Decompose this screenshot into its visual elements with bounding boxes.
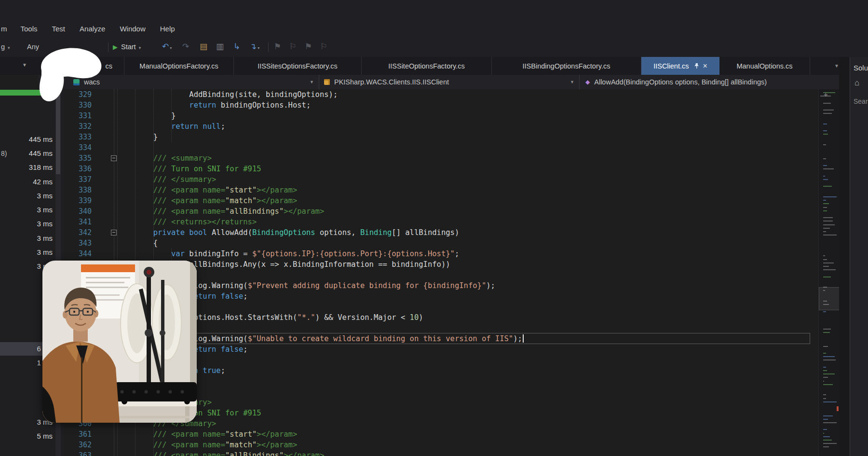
collapse-caret-icon[interactable]: ▼: [22, 62, 27, 68]
step-into-icon[interactable]: ↳: [233, 41, 240, 53]
line-number: 342: [64, 227, 92, 238]
code-line[interactable]: /// <returns></returns>: [117, 217, 257, 227]
test-result-row[interactable]: 3 ms: [0, 217, 53, 231]
code-line[interactable]: private bool AllowAdd(BindingOptions opt…: [117, 227, 459, 238]
test-result-row[interactable]: 5 ms: [0, 429, 53, 443]
code-line[interactable]: }: [117, 132, 158, 142]
tab-bar: ▼ csManualOptionsFactory.csIISSitesOptio…: [0, 57, 868, 75]
minimap-line: [823, 210, 827, 211]
tab-manualoptionsfactory-cs[interactable]: ManualOptionsFactory.cs: [124, 57, 234, 75]
navbar-member-label: AllowAdd(BindingOptions options, Binding…: [594, 78, 767, 86]
chevron-down-icon: ▼: [570, 80, 579, 84]
tab-list-caret-icon[interactable]: ▼: [834, 63, 839, 69]
navigate-forward-icon[interactable]: ↷: [182, 41, 189, 53]
minimap-line: [823, 259, 827, 260]
tab-iissiteoptionsfactory-cs[interactable]: IISSiteOptionsFactory.cs: [362, 57, 492, 75]
tab-label: IISSiteOptionsFactory.cs: [388, 62, 464, 70]
minimap-line: [823, 217, 833, 218]
tab-manualoptions-cs[interactable]: ManualOptions.cs: [719, 57, 810, 75]
code-line[interactable]: /// <param name="start"></param>: [117, 429, 297, 440]
next-bookmark-icon[interactable]: ⚑: [305, 41, 312, 53]
line-number: 332: [64, 121, 92, 132]
code-line[interactable]: {: [117, 238, 158, 249]
class-icon: [324, 79, 330, 85]
test-result-row[interactable]: 3 ms: [0, 189, 53, 203]
minimap-line: [823, 113, 832, 114]
split-handle-icon[interactable]: +: [824, 90, 828, 98]
menu-test[interactable]: Test: [45, 21, 73, 37]
test-result-row[interactable]: 318 ms: [0, 161, 53, 174]
close-icon[interactable]: ×: [703, 62, 707, 70]
test-result-row[interactable]: 3 ms: [0, 203, 53, 217]
code-line[interactable]: /// <param name="allBindings"></param>: [117, 206, 324, 217]
tab-iisbindingoptionsfactory-cs[interactable]: IISBindingOptionsFactory.cs: [492, 57, 641, 75]
code-line[interactable]: AddBinding(site, bindingOptions);: [117, 89, 338, 100]
collapse-region-button[interactable]: [111, 155, 117, 161]
start-debug-button[interactable]: ▶Start▾: [113, 41, 141, 52]
chevron-down-icon: ▾: [258, 46, 259, 50]
find-in-files-icon[interactable]: ▥: [216, 41, 224, 53]
minimap-line: [823, 224, 835, 225]
code-line[interactable]: var bindingInfo = $"{options.IP}:{option…: [117, 249, 459, 259]
tab-label: IISBindingOptionsFactory.cs: [523, 62, 610, 70]
code-line[interactable]: /// <param name="start"></param>: [117, 185, 297, 195]
minimap-line: [823, 370, 827, 371]
home-icon[interactable]: ⌂: [854, 78, 859, 88]
collapse-region-button[interactable]: [111, 230, 117, 235]
save-all-icon[interactable]: ▤: [200, 41, 207, 53]
code-line[interactable]: /// <param name="match"></param>: [117, 195, 297, 206]
tab-iissitesoptionsfactory-cs[interactable]: IISSitesOptionsFactory.cs: [234, 57, 362, 75]
minimap-line: [823, 329, 831, 330]
test-result-row[interactable]: 42 ms: [0, 175, 53, 189]
previous-bookmark-icon[interactable]: ⚐: [289, 41, 297, 53]
step-over-icon[interactable]: ↴▾: [250, 41, 259, 53]
code-line[interactable]: /// <summary>: [117, 153, 212, 164]
tab-label: ManualOptions.cs: [736, 62, 792, 70]
annotation-blob: [35, 46, 107, 107]
minimap-line: [823, 394, 826, 395]
menu-window[interactable]: Window: [112, 21, 152, 37]
minimap-line: [823, 165, 827, 166]
tab-iisclient-cs[interactable]: IISClient.cs×: [641, 57, 719, 75]
play-icon: ▶: [113, 43, 118, 51]
line-number: 343: [64, 238, 92, 249]
minimap-viewport[interactable]: [819, 287, 840, 310]
test-result-row[interactable]: 3 ms: [0, 232, 53, 245]
chevron-down-icon: ▾: [8, 45, 10, 50]
minimap-line: [823, 130, 827, 131]
menu-help[interactable]: Help: [153, 21, 182, 37]
code-line[interactable]: }: [117, 111, 176, 121]
code-line[interactable]: /// Turn on SNI for #915: [117, 164, 261, 174]
line-number: 337: [64, 174, 92, 185]
minimap-line: [823, 221, 833, 221]
menu-analyze[interactable]: Analyze: [72, 21, 112, 37]
minimap-line: [823, 429, 827, 430]
code-line[interactable]: return null;: [117, 121, 225, 132]
test-result-row[interactable]: 445 ms: [0, 133, 53, 146]
bookmark-icon[interactable]: ⚑: [274, 41, 281, 53]
minimap-line: [823, 398, 826, 399]
line-number: 344: [64, 249, 92, 259]
minimap-line: [823, 134, 828, 135]
navbar-type-dropdown[interactable]: PKISharp.WACS.Clients.IIS.IISClient ▼: [319, 75, 580, 89]
navbar-member-dropdown[interactable]: ◆ AllowAdd(BindingOptions options, Bindi…: [580, 75, 847, 89]
navigate-backward-icon[interactable]: ↶▾: [162, 41, 172, 53]
test-result-row[interactable]: 3 ms: [0, 246, 53, 259]
solution-search-input[interactable]: Sear: [854, 97, 868, 105]
clear-bookmarks-icon[interactable]: ⚐: [320, 41, 327, 53]
menu-tools[interactable]: Tools: [14, 21, 45, 37]
code-line[interactable]: /// <param name="match"></param>: [117, 440, 297, 450]
minimap-line: [823, 92, 835, 93]
minimap-line: [823, 266, 829, 267]
code-line[interactable]: /// </summary>: [117, 174, 216, 185]
minimap-scrollbar[interactable]: +: [818, 89, 840, 456]
minimap-line: [823, 179, 828, 180]
pin-icon[interactable]: [694, 63, 699, 69]
solution-config-dropdown[interactable]: g▾: [1, 41, 10, 52]
minimap-line: [823, 433, 824, 434]
code-line[interactable]: /// <param name="allBindings"></param>: [117, 450, 324, 456]
tab-label: IISClient.cs: [653, 62, 689, 70]
menu-m[interactable]: m: [0, 21, 14, 37]
code-line[interactable]: return bindingOptions.Host;: [117, 100, 311, 111]
minimap-line: [823, 422, 837, 423]
